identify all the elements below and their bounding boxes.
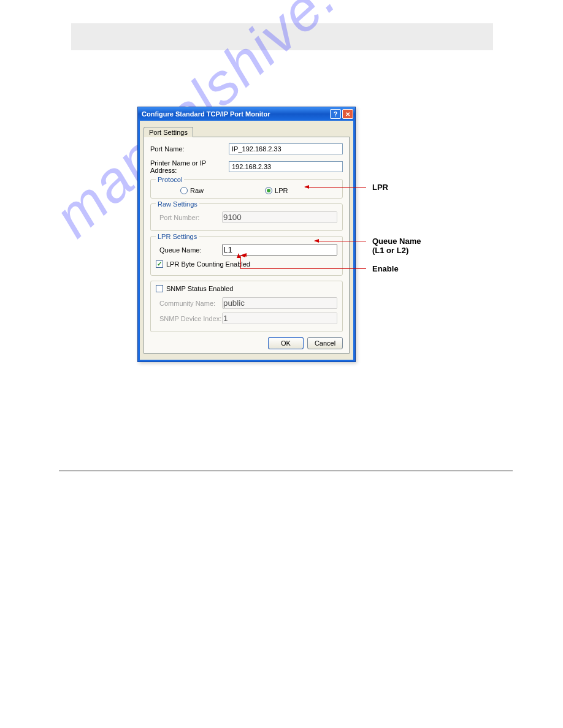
row-queue-name: Queue Name: xyxy=(156,244,337,256)
close-icon: ✕ xyxy=(345,111,350,118)
row-community: Community Name: xyxy=(156,297,337,309)
radio-raw[interactable] xyxy=(180,187,188,194)
arrow-enable-vert xyxy=(240,256,241,269)
row-snmp-enabled[interactable]: SNMP Status Enabled xyxy=(156,285,337,292)
legend-protocol: Protocol xyxy=(156,176,184,183)
fieldset-snmp: SNMP Status Enabled Community Name: SNMP… xyxy=(150,281,343,332)
label-community: Community Name: xyxy=(156,300,222,307)
radio-lpr-label: LPR xyxy=(275,187,288,194)
dialog-titlebar[interactable]: Configure Standard TCP/IP Port Monitor ?… xyxy=(138,107,355,121)
ok-button[interactable]: OK xyxy=(268,337,304,349)
tab-port-settings[interactable]: Port Settings xyxy=(144,127,193,137)
fieldset-raw-settings: Raw Settings Port Number: xyxy=(150,203,343,231)
protocol-radio-group: Raw LPR xyxy=(156,187,337,194)
page-divider xyxy=(59,471,513,471)
input-raw-port xyxy=(222,211,337,223)
radio-raw-label: Raw xyxy=(190,187,204,194)
label-snmp-enabled: SNMP Status Enabled xyxy=(166,285,233,292)
legend-lpr: LPR Settings xyxy=(156,233,199,240)
input-printer-ip[interactable] xyxy=(229,161,343,172)
radio-lpr-item[interactable]: LPR xyxy=(265,187,288,194)
callout-enable: Enable xyxy=(372,264,399,273)
fieldset-protocol: Protocol Raw LPR xyxy=(150,179,343,199)
cancel-button[interactable]: Cancel xyxy=(307,337,343,349)
checkbox-lpr-bytecount[interactable] xyxy=(156,260,163,268)
input-port-name[interactable] xyxy=(229,143,343,154)
row-port-name: Port Name: xyxy=(150,143,343,154)
label-snmp-index: SNMP Device Index: xyxy=(156,315,222,322)
arrow-queue xyxy=(315,241,366,241)
checkbox-snmp-enabled[interactable] xyxy=(156,285,163,292)
callout-queue: Queue Name (L1 or L2) xyxy=(372,237,421,255)
tcpip-port-dialog: Configure Standard TCP/IP Port Monitor ?… xyxy=(137,107,356,362)
arrow-enable xyxy=(241,256,242,256)
label-raw-port: Port Number: xyxy=(156,214,222,221)
row-snmp-index: SNMP Device Index: xyxy=(156,313,337,324)
arrow-lpr xyxy=(305,187,366,188)
dialog-button-row: OK Cancel xyxy=(150,337,343,349)
row-raw-port: Port Number: xyxy=(156,211,337,223)
help-button[interactable]: ? xyxy=(330,109,341,119)
input-snmp-index xyxy=(222,313,337,324)
close-button[interactable]: ✕ xyxy=(342,109,353,119)
radio-raw-item[interactable]: Raw xyxy=(180,187,204,194)
dialog-title: Configure Standard TCP/IP Port Monitor xyxy=(142,110,329,118)
input-community xyxy=(222,297,337,309)
row-lpr-bytecount[interactable]: LPR Byte Counting Enabled xyxy=(156,260,337,268)
row-printer-ip: Printer Name or IP Address: xyxy=(150,159,343,174)
tab-panel: Port Name: Printer Name or IP Address: P… xyxy=(144,137,350,354)
arrow-enable-horz xyxy=(240,268,366,269)
radio-lpr[interactable] xyxy=(265,187,272,194)
label-port-name: Port Name: xyxy=(150,145,229,153)
tab-strip: Port Settings xyxy=(144,124,350,137)
label-queue-name: Queue Name: xyxy=(156,246,222,254)
callout-queue-line2: (L1 or L2) xyxy=(372,246,408,255)
callout-lpr: LPR xyxy=(372,183,388,192)
label-lpr-bytecount: LPR Byte Counting Enabled xyxy=(166,260,250,268)
callout-queue-line1: Queue Name xyxy=(372,237,421,246)
label-printer-ip: Printer Name or IP Address: xyxy=(150,159,229,174)
legend-raw: Raw Settings xyxy=(156,200,199,208)
arrow-enable-head xyxy=(237,253,240,258)
page-header-bar xyxy=(71,23,493,50)
